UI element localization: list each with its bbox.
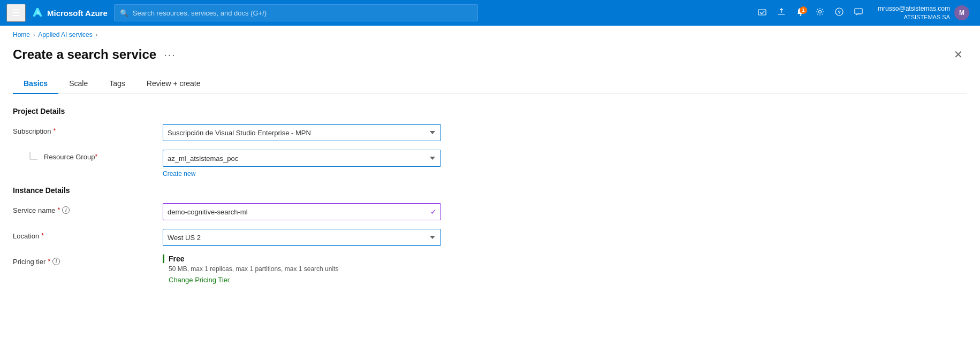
service-name-label: Service name (13, 206, 55, 214)
svg-point-1 (800, 14, 802, 16)
tab-tags[interactable]: Tags (98, 74, 136, 94)
resource-group-row: Resource Group * az_ml_atsistemas_poc Cr… (13, 150, 967, 178)
svg-rect-0 (758, 10, 766, 15)
breadcrumb-separator-2: › (96, 32, 97, 38)
service-name-row: Service name * i ✓ (13, 203, 967, 220)
help-icon: ? (835, 7, 844, 16)
breadcrumb-applied-ai[interactable]: Applied AI services (38, 31, 92, 38)
tab-scale[interactable]: Scale (58, 74, 98, 94)
location-required: * (41, 232, 44, 240)
notifications-button[interactable]: 1 (792, 4, 809, 21)
subscription-row: Subscription * Suscripción de Visual Stu… (13, 124, 967, 141)
project-details-title: Project Details (13, 107, 967, 115)
user-info: mrusso@atsistemas.com ATSISTEMAS SA (878, 5, 950, 21)
user-email: mrusso@atsistemas.com (878, 5, 950, 13)
feedback-button[interactable] (850, 4, 867, 21)
tabs-bar: Basics Scale Tags Review + create (13, 74, 967, 94)
azure-logo-text: Microsoft Azure (47, 9, 108, 18)
cloud-shell-button[interactable] (754, 4, 771, 21)
resource-group-required: * (95, 153, 97, 160)
svg-point-2 (819, 11, 822, 13)
pricing-tier-required: * (48, 258, 50, 265)
pricing-tier-label-col: Pricing tier * i (13, 254, 163, 266)
global-search-bar[interactable]: 🔍 (114, 4, 478, 21)
pricing-tier-name: Free (163, 254, 441, 263)
change-pricing-tier-link[interactable]: Change Pricing Tier (163, 276, 441, 284)
resource-group-control-col: az_ml_atsistemas_poc Create new (163, 150, 441, 178)
azure-logo-icon (32, 7, 43, 18)
resource-group-dropdown[interactable]: az_ml_atsistemas_poc (163, 150, 441, 167)
tree-connector-icon (26, 152, 42, 164)
settings-button[interactable] (811, 4, 829, 21)
user-org: ATSISTEMAS SA (878, 13, 950, 21)
topnav-actions: 1 ? (754, 4, 867, 21)
service-name-input-wrapper: ✓ (163, 203, 441, 220)
service-name-check-icon: ✓ (430, 207, 437, 216)
pricing-tier-description: 50 MB, max 1 replicas, max 1 partitions,… (163, 265, 441, 273)
top-navigation: ☰ Microsoft Azure 🔍 1 (0, 0, 980, 26)
svg-text:?: ? (838, 10, 841, 15)
page-header: Create a search service ··· ✕ (13, 44, 967, 63)
feedback-icon (854, 7, 863, 16)
close-button[interactable]: ✕ (949, 46, 967, 63)
svg-rect-5 (855, 9, 862, 14)
pricing-tier-info-icon[interactable]: i (52, 258, 60, 265)
breadcrumb-separator-1: › (33, 32, 35, 38)
service-name-label-col: Service name * i (13, 203, 163, 214)
pricing-tier-label: Pricing tier (13, 258, 45, 266)
subscription-required: * (54, 127, 56, 135)
breadcrumb-home[interactable]: Home (13, 31, 30, 38)
instance-details-title: Instance Details (13, 186, 967, 195)
notification-count: 1 (800, 6, 807, 14)
pricing-tier-content: Free 50 MB, max 1 replicas, max 1 partit… (163, 254, 441, 284)
service-name-info-icon[interactable]: i (62, 206, 70, 214)
upload-button[interactable] (773, 4, 790, 21)
location-row: Location * West US 2 (13, 229, 967, 246)
settings-icon (816, 7, 824, 16)
subscription-dropdown[interactable]: Suscripción de Visual Studio Enterprise … (163, 124, 441, 141)
hamburger-menu-button[interactable]: ☰ (6, 4, 26, 22)
tab-basics[interactable]: Basics (13, 74, 58, 94)
cloud-shell-icon (758, 7, 766, 16)
tab-review-create[interactable]: Review + create (136, 74, 211, 94)
breadcrumb: Home › Applied AI services › (0, 26, 980, 44)
search-icon: 🔍 (120, 9, 128, 17)
service-name-input[interactable] (163, 203, 441, 220)
more-options-button[interactable]: ··· (162, 49, 178, 61)
azure-logo: Microsoft Azure (32, 7, 108, 18)
user-menu[interactable]: mrusso@atsistemas.com ATSISTEMAS SA M (873, 3, 974, 23)
help-button[interactable]: ? (831, 4, 848, 21)
search-input[interactable] (133, 9, 472, 17)
location-dropdown[interactable]: West US 2 (163, 229, 441, 246)
subscription-label: Subscription (13, 127, 51, 135)
user-avatar[interactable]: M (954, 5, 969, 20)
resource-group-label: Resource Group (44, 153, 95, 161)
page-title: Create a search service (13, 47, 156, 62)
service-name-required: * (57, 206, 60, 214)
subscription-control-col: Suscripción de Visual Studio Enterprise … (163, 124, 441, 141)
location-control-col: West US 2 (163, 229, 441, 246)
upload-icon (777, 7, 786, 16)
page-title-row: Create a search service ··· (13, 47, 178, 62)
subscription-label-col: Subscription * (13, 124, 163, 135)
location-label: Location (13, 232, 39, 240)
create-new-resource-group-link[interactable]: Create new (163, 170, 441, 178)
service-name-control-col: ✓ (163, 203, 441, 220)
pricing-tier-row: Pricing tier * i Free 50 MB, max 1 repli… (13, 254, 967, 284)
location-label-col: Location * (13, 229, 163, 240)
resource-group-label-col: Resource Group * (13, 150, 163, 164)
main-content: Create a search service ··· ✕ Basics Sca… (0, 44, 980, 297)
